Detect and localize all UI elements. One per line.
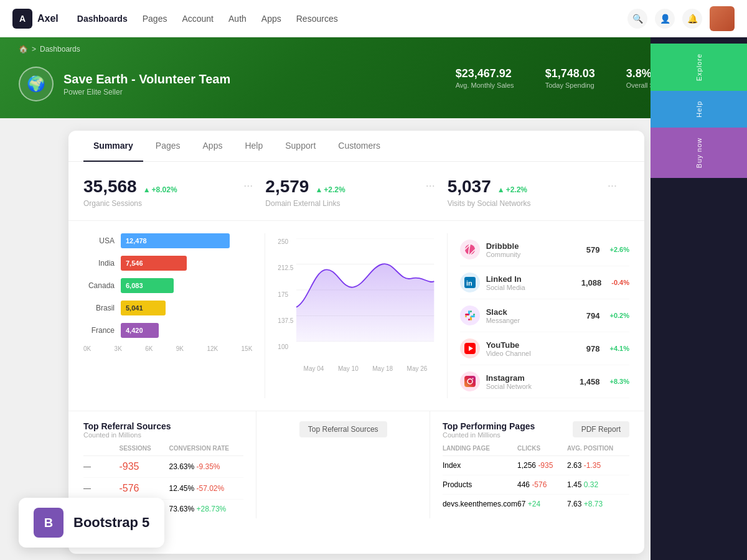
bar-usa: USA 12,478 [83, 233, 252, 248]
external-links-value: 2,579 [265, 177, 309, 197]
top-pages-header: LANDING PAGE CLICKS AVG. POSITION [443, 445, 629, 456]
nav-dashboards[interactable]: Dashboards [77, 11, 128, 26]
referral-header: SESSIONS CONVERSION RATE [83, 445, 243, 456]
explore-label: Explore [695, 54, 703, 81]
top-pages-title: Top Performing Pages [443, 421, 535, 431]
pdf-report-button[interactable]: Top Referral Sources [299, 421, 387, 437]
hero-banner: 🏠 > Dashboards 🌍 Save Earth - Volunteer … [0, 37, 747, 118]
bar-france: France 4,420 [83, 323, 252, 338]
social-visits-label: Visits by Social Networks [448, 199, 617, 208]
logo-area[interactable]: A Axel [12, 9, 59, 29]
external-links-change: +2.2% [315, 185, 345, 194]
org-subtitle: Power Elite Seller [63, 88, 230, 96]
bar-brasil-bar: 5,041 [121, 301, 166, 315]
bar-canada-bar: 6,083 [121, 278, 174, 293]
explore-button[interactable]: Explore [651, 44, 747, 91]
tab-summary[interactable]: Summary [83, 131, 143, 162]
social-instagram: Instagram Social Network 1,458 +8.3% [460, 365, 629, 398]
top-pages-row-1: Index 1,256 -935 2.63 -1.35 [443, 456, 629, 475]
nav-links: Dashboards Pages Account Auth Apps Resou… [77, 11, 627, 26]
charts-area: USA 12,478 India 7,546 Canada [68, 221, 644, 411]
logo-text: Axel [37, 13, 59, 24]
slack-icon [460, 306, 480, 325]
hero-content: 🌍 Save Earth - Volunteer Team Power Elit… [19, 67, 230, 101]
stat-today-spending: $1,748.03 Today Spending [545, 67, 595, 89]
org-info: Save Earth - Volunteer Team Power Elite … [63, 72, 230, 96]
bar-india: India 7,546 [83, 256, 252, 271]
breadcrumb: 🏠 > Dashboards [19, 45, 80, 54]
stat-monthly-sales: $23,467.92 Avg. Monthly Sales [456, 67, 514, 89]
svg-rect-12 [465, 314, 469, 315]
nav-apps[interactable]: Apps [261, 11, 281, 26]
stat-organic: ··· 35,568 +8.02% Organic Sessions [83, 177, 265, 220]
search-button[interactable]: 🔍 [627, 9, 647, 29]
main-card: Summary Pages Apps Help Support Customer… [68, 131, 644, 554]
nav-resources[interactable]: Resources [296, 11, 338, 26]
linkedin-icon: in [460, 273, 480, 292]
nav-right: 🔍 👤 🔔 [627, 6, 735, 31]
bar-brasil-label: Brasil [83, 304, 115, 312]
organic-sessions-change: +8.02% [143, 185, 177, 194]
bar-canada: Canada 6,083 [83, 278, 252, 293]
profile-button[interactable]: 👤 [655, 9, 675, 29]
top-pages-subtitle: Counted in Millions [443, 431, 535, 439]
top-nav: A Axel Dashboards Pages Account Auth App… [0, 0, 747, 37]
nav-account[interactable]: Account [182, 11, 214, 26]
line-chart-svg [296, 238, 434, 342]
svg-rect-13 [465, 315, 467, 317]
stat-external-menu[interactable]: ··· [426, 179, 435, 192]
stat-social-visits: ··· 5,037 +2.2% Visits by Social Network… [448, 177, 629, 220]
line-chart: 250 212.5 175 137.5 100 [265, 233, 447, 398]
bootstrap-text: Bootstrap 5 [73, 515, 149, 531]
tab-apps[interactable]: Apps [193, 131, 233, 162]
org-name: Save Earth - Volunteer Team [63, 72, 230, 86]
bar-india-bar: 7,546 [121, 256, 187, 271]
stat-organic-menu[interactable]: ··· [243, 179, 253, 192]
tab-help[interactable]: Help [235, 131, 273, 162]
referral-row-1: — -935 23.63% -9.35% [83, 456, 243, 478]
instagram-icon [460, 371, 480, 391]
social-dribbble: Dribbble Community 579 +2.6% [460, 233, 629, 266]
social-visits-value: 5,037 [448, 177, 491, 197]
top-pages-pdf-button[interactable]: PDF Report [573, 421, 629, 437]
nav-auth[interactable]: Auth [228, 11, 247, 26]
stat-social-menu[interactable]: ··· [608, 179, 617, 192]
tab-pages[interactable]: Pages [146, 131, 190, 162]
top-pages-row-2: Products 446 -576 1.45 0.32 [443, 475, 629, 495]
notifications-button[interactable]: 🔔 [682, 9, 702, 29]
tab-support[interactable]: Support [275, 131, 326, 162]
bar-chart: USA 12,478 India 7,546 Canada [83, 233, 265, 398]
svg-point-20 [472, 378, 473, 380]
svg-rect-15 [473, 314, 475, 315]
buy-label: Buy now [695, 138, 703, 168]
referral-title: Top Referral Sources [83, 421, 243, 431]
dark-side-panel: Explore Help Buy now [651, 0, 747, 560]
chart-x-labels: May 04 May 10 May 18 May 26 [278, 365, 434, 372]
breadcrumb-dashboards[interactable]: Dashboards [40, 45, 80, 54]
top-pages-row-3: devs.keenthemes.com 67 +24 7.63 +8.73 [443, 495, 629, 513]
stat-external-links: ··· 2,579 +2.2% Domain External Links [265, 177, 447, 220]
referral-subtitle: Counted in Millions [83, 431, 243, 439]
help-button[interactable]: Help [651, 91, 747, 128]
org-logo: 🌍 [19, 67, 54, 101]
social-visits-change: +2.2% [497, 185, 527, 194]
top-pages-panel: Top Performing Pages Counted in Millions… [430, 411, 629, 518]
svg-rect-18 [464, 376, 476, 387]
home-icon: 🏠 [19, 45, 28, 54]
bar-brasil: Brasil 5,041 [83, 301, 252, 315]
buy-now-button[interactable]: Buy now [651, 128, 747, 178]
nav-pages[interactable]: Pages [143, 11, 167, 26]
tab-customers[interactable]: Customers [328, 131, 390, 162]
svg-rect-9 [470, 310, 472, 312]
organic-sessions-value: 35,568 [83, 177, 137, 197]
bar-india-label: India [83, 259, 115, 268]
dribbble-icon [460, 240, 480, 259]
line-chart-area: 250 212.5 175 137.5 100 [278, 238, 434, 363]
avatar[interactable] [710, 6, 735, 31]
bar-usa-label: USA [83, 236, 115, 245]
external-links-label: Domain External Links [265, 199, 435, 208]
bar-axis: 0K 3K 6K 9K 12K 15K [83, 345, 252, 352]
social-chart: Dribbble Community 579 +2.6% in Linked I… [448, 233, 629, 398]
bar-canada-label: Canada [83, 281, 115, 290]
tabs-bar: Summary Pages Apps Help Support Customer… [68, 131, 644, 162]
